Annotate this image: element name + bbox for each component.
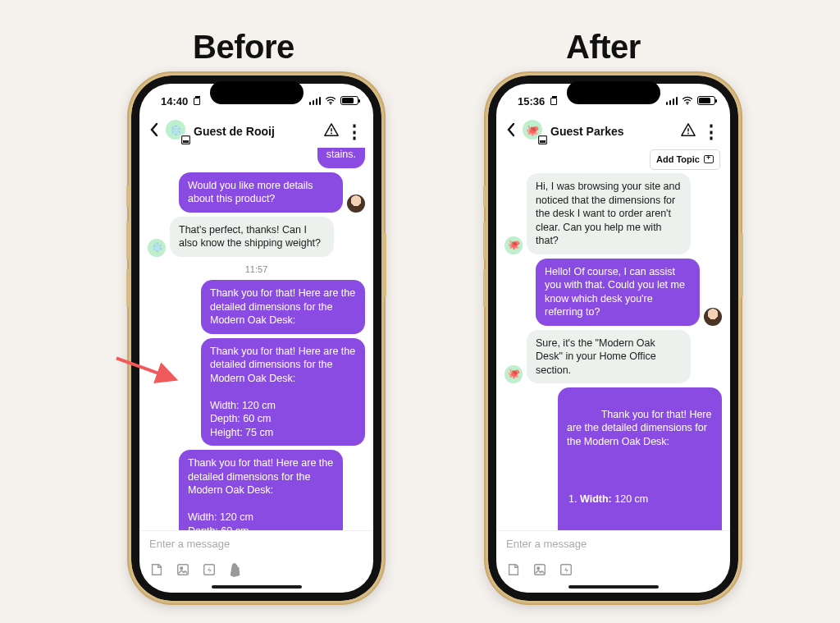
bolt-note-icon <box>202 562 217 577</box>
timestamp: 11:57 <box>148 263 365 276</box>
composer-toolbar <box>149 562 363 577</box>
status-icons <box>666 96 716 105</box>
dim-value: 120 cm <box>612 493 648 505</box>
bolt-note-icon <box>559 562 573 577</box>
heading-after: After <box>566 29 641 66</box>
template-button[interactable] <box>559 562 573 577</box>
svg-point-3 <box>331 132 332 134</box>
chevron-left-icon <box>506 122 516 137</box>
chat-title[interactable]: Guest Parkes <box>550 125 624 138</box>
composer-toolbar <box>506 562 720 577</box>
composer: Enter a message <box>139 530 373 593</box>
image-icon <box>532 562 547 577</box>
chevron-left-icon <box>149 122 159 137</box>
message-input[interactable]: Enter a message <box>149 538 363 557</box>
message-in: 🐙 Hi, I was browsing your site and notic… <box>504 173 722 254</box>
alert-triangle-icon <box>323 122 340 137</box>
calendar-indicator-icon <box>194 98 200 105</box>
warning-button[interactable] <box>678 122 699 141</box>
message-out: stains. <box>148 148 365 168</box>
guest-avatar[interactable]: 🐙 <box>523 120 546 143</box>
message-out: Thank you for that! Here are the detaile… <box>148 338 365 447</box>
phone-side-button <box>126 269 130 307</box>
status-time-text: 14:40 <box>161 95 188 108</box>
battery-icon <box>340 96 358 105</box>
phone-before: 14:40 ❄️ Guest de Rooij <box>131 76 381 601</box>
wifi-icon <box>325 96 336 105</box>
guest-avatar-small: ❄️ <box>148 239 166 257</box>
chat-body[interactable]: Add Topic 🐙 Hi, I was browsing your site… <box>496 148 730 530</box>
signal-icon <box>666 97 678 105</box>
home-indicator[interactable] <box>568 585 659 589</box>
note-icon <box>149 562 164 577</box>
message-bubble: That's perfect, thanks! Can I also know … <box>170 217 334 257</box>
message-input[interactable]: Enter a message <box>506 538 720 557</box>
back-button[interactable] <box>501 122 521 141</box>
svg-point-9 <box>687 132 689 134</box>
svg-point-11 <box>537 567 540 570</box>
phone-notch <box>567 81 660 104</box>
more-menu-button[interactable]: ⋮ <box>344 125 365 138</box>
message-bubble: Thank you for that! Here are the detaile… <box>201 280 365 334</box>
message-bubble: Sure, it's the "Modern Oak Desk" in your… <box>527 330 691 384</box>
phone-after: 15:36 🐙 Guest Parkes <box>488 76 738 601</box>
quick-reply-button[interactable] <box>149 562 164 577</box>
signal-icon <box>309 97 322 105</box>
guest-avatar[interactable]: ❄️ <box>166 120 189 143</box>
message-bubble: stains. <box>317 148 365 168</box>
agent-avatar <box>347 195 365 213</box>
quick-reply-button[interactable] <box>506 562 521 577</box>
back-button[interactable] <box>144 122 164 141</box>
add-topic-button[interactable]: Add Topic <box>650 149 720 170</box>
chat-header: ❄️ Guest de Rooij ⋮ <box>139 115 373 148</box>
message-in: 🐙 Sure, it's the "Modern Oak Desk" in yo… <box>504 330 722 384</box>
template-button[interactable] <box>202 562 217 577</box>
phone-side-button <box>126 186 130 207</box>
message-bubble: Hello! Of course, I can assist you with … <box>536 259 700 326</box>
message-bubble: Would you like more details about this p… <box>179 172 343 213</box>
wifi-icon <box>682 96 693 105</box>
status-time-text: 15:36 <box>518 95 545 108</box>
image-button[interactable] <box>532 562 547 577</box>
message-out: Hello! Of course, I can assist you with … <box>504 259 722 326</box>
warning-button[interactable] <box>321 122 342 141</box>
phone-side-button <box>126 222 130 259</box>
canvas: Before After 14:40 <box>0 0 840 623</box>
calendar-indicator-icon <box>550 98 557 105</box>
heading-before: Before <box>193 29 294 66</box>
phone-notch <box>210 81 304 104</box>
svg-point-1 <box>330 103 331 105</box>
guest-avatar-small: 🐙 <box>504 365 523 383</box>
message-out: Would you like more details about this p… <box>148 172 365 213</box>
screen-after: 15:36 🐙 Guest Parkes <box>496 84 730 593</box>
chat-title[interactable]: Guest de Rooij <box>194 125 275 138</box>
add-topic-icon <box>704 155 714 163</box>
message-out: Thank you for that! Here are the detaile… <box>504 387 722 530</box>
image-button[interactable] <box>176 562 190 577</box>
svg-point-5 <box>180 567 183 570</box>
message-bubble: Thank you for that! Here are the detaile… <box>179 450 343 530</box>
message-in: ❄️ That's perfect, thanks! Can I also kn… <box>148 217 365 257</box>
phone-side-button <box>483 269 487 307</box>
chat-body[interactable]: stains. Would you like more details abou… <box>139 148 373 530</box>
shopify-icon <box>229 562 242 577</box>
phone-side-button <box>483 222 487 259</box>
message-bubble: Thank you for that! Here are the detaile… <box>201 338 365 447</box>
guest-avatar-small: 🐙 <box>504 236 523 254</box>
more-vertical-icon: ⋮ <box>345 121 363 142</box>
more-menu-button[interactable]: ⋮ <box>701 125 722 138</box>
alert-triangle-icon <box>680 122 696 137</box>
avatar-badge-icon <box>537 135 548 145</box>
dimensions-list: Width: 120 cm Depth: 60 cm Height: 75 cm <box>580 465 713 531</box>
avatar-badge-icon <box>180 135 191 145</box>
svg-point-7 <box>687 103 688 105</box>
home-indicator[interactable] <box>212 585 302 589</box>
more-vertical-icon: ⋮ <box>702 121 720 142</box>
add-topic-label: Add Topic <box>656 153 700 166</box>
msg-text: Thank you for that! Here are the detaile… <box>567 409 714 447</box>
message-out: Thank you for that! Here are the detaile… <box>148 280 365 334</box>
status-time: 14:40 <box>161 95 200 108</box>
phone-side-button <box>382 233 386 297</box>
note-icon <box>506 562 521 577</box>
shopify-button[interactable] <box>228 562 243 577</box>
